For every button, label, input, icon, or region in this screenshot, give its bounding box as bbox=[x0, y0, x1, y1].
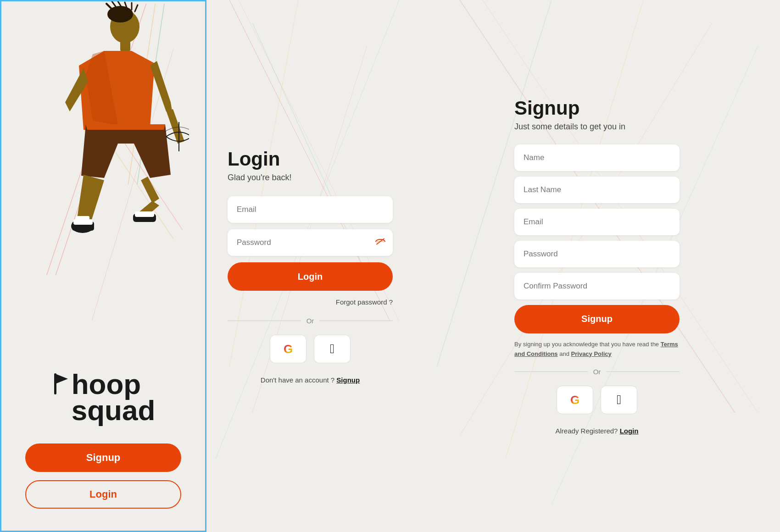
divider-line-right bbox=[319, 321, 393, 321]
divider-text: Or bbox=[306, 317, 314, 325]
signup-social-buttons: G  bbox=[514, 386, 680, 414]
password-toggle-icon[interactable] bbox=[375, 238, 385, 248]
login-password-input[interactable] bbox=[228, 229, 393, 256]
basketball-player bbox=[33, 1, 189, 258]
svg-line-14 bbox=[135, 5, 138, 11]
signup-divider-line-left bbox=[514, 371, 588, 372]
signup-submit-button[interactable]: Signup bbox=[514, 305, 680, 333]
signup-subtitle: Just some details to get you in bbox=[514, 122, 680, 132]
signup-panel: Signup Just some details to get you in S… bbox=[414, 0, 780, 532]
login-password-wrapper bbox=[228, 229, 393, 256]
signup-name-input[interactable] bbox=[514, 144, 680, 171]
login-divider: Or bbox=[228, 317, 393, 325]
svg-rect-23 bbox=[76, 216, 89, 224]
apple-icon:  bbox=[330, 342, 334, 356]
svg-rect-15 bbox=[120, 40, 130, 52]
privacy-link[interactable]: Privacy Policy bbox=[571, 350, 612, 357]
logo-area: hoop squad bbox=[51, 369, 156, 425]
google-signup-icon: G bbox=[570, 393, 579, 407]
svg-rect-20 bbox=[135, 211, 154, 217]
login-title: Login bbox=[228, 148, 393, 170]
google-icon: G bbox=[284, 342, 293, 356]
login-link-text[interactable]: Login bbox=[620, 427, 639, 435]
already-registered-text: Already Registered? Login bbox=[514, 427, 680, 435]
signup-password-input[interactable] bbox=[514, 241, 680, 267]
divider-line-left bbox=[228, 321, 301, 321]
signup-divider: Or bbox=[514, 368, 680, 376]
svg-rect-24 bbox=[54, 373, 56, 394]
signup-email-input[interactable] bbox=[514, 209, 680, 235]
login-submit-button[interactable]: Login bbox=[228, 262, 393, 291]
signup-form: Signup Just some details to get you in S… bbox=[514, 97, 680, 435]
signup-lastname-input[interactable] bbox=[514, 177, 680, 203]
left-panel: hoop squad Signup Login bbox=[0, 0, 206, 532]
signup-link-text[interactable]: Signup bbox=[336, 376, 360, 384]
login-panel: Login Glad you're back! Login Forgot pas… bbox=[206, 0, 414, 532]
left-signup-button[interactable]: Signup bbox=[25, 443, 181, 472]
login-form: Login Glad you're back! Login Forgot pas… bbox=[228, 148, 393, 384]
signup-title: Signup bbox=[514, 97, 680, 119]
logo-squad: squad bbox=[72, 395, 156, 425]
apple-signup-button[interactable]:  bbox=[601, 386, 637, 414]
login-subtitle: Glad you're back! bbox=[228, 173, 393, 183]
apple-login-button[interactable]:  bbox=[314, 335, 351, 363]
login-social-buttons: G  bbox=[228, 335, 393, 363]
no-account-text: Don't have an account ? Signup bbox=[228, 376, 393, 384]
signup-confirm-password-input[interactable] bbox=[514, 273, 680, 299]
google-login-button[interactable]: G bbox=[270, 335, 306, 363]
svg-marker-25 bbox=[56, 374, 68, 383]
forgot-password-link[interactable]: Forgot password ? bbox=[228, 298, 393, 306]
left-login-button[interactable]: Login bbox=[25, 480, 181, 509]
login-email-input[interactable] bbox=[228, 196, 393, 223]
logo-icon bbox=[51, 372, 70, 395]
signup-divider-line-right bbox=[606, 371, 680, 372]
signup-divider-text: Or bbox=[593, 368, 601, 376]
apple-signup-icon:  bbox=[617, 393, 621, 407]
terms-text: By signing up you acknowledge that you h… bbox=[514, 340, 680, 359]
google-signup-button[interactable]: G bbox=[557, 386, 593, 414]
